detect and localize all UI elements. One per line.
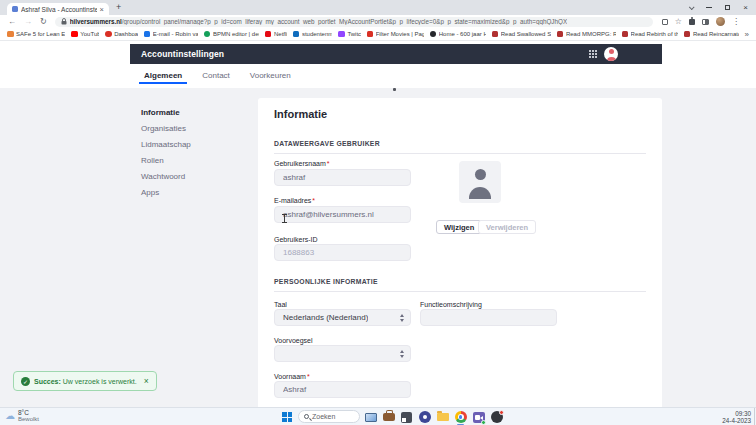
toast-close-icon[interactable]: × <box>144 377 149 385</box>
search-placeholder: Zoeken <box>312 413 335 420</box>
tab-algemeen[interactable]: Algemeen <box>134 71 192 88</box>
settings-sidebar: Informatie Organisaties Lidmaatschap Rol… <box>141 104 191 200</box>
functieomschrijving-label: Functieomschrijving <box>420 301 482 308</box>
url-text: hilversummers.nl/group/control_panel/man… <box>70 18 567 25</box>
bookmark-item[interactable]: studentenmail <box>293 31 333 38</box>
browser-profile-avatar[interactable] <box>716 17 725 26</box>
voorvoegsel-label: Voorvoegsel <box>274 337 313 344</box>
sidebar-item-informatie[interactable]: Informatie <box>141 104 191 120</box>
sidebar-item-wachtwoord[interactable]: Wachtwoord <box>141 168 191 184</box>
taskbar-app-notes[interactable] <box>400 411 413 424</box>
bookmark-star-icon[interactable]: ☆ <box>675 18 682 26</box>
bookmark-item[interactable]: Netflix <box>265 31 287 38</box>
voornaam-input[interactable] <box>274 381 411 398</box>
sidebar-item-lidmaatschap[interactable]: Lidmaatschap <box>141 136 191 152</box>
back-button[interactable]: ← <box>8 17 16 26</box>
taal-label: Taal <box>274 301 287 308</box>
taskbar-clock[interactable]: 09:30 24-4-2023 <box>722 410 751 424</box>
section-persoonlijke-informatie: PERSOONLIJKE INFORMATIE <box>274 278 646 292</box>
sidebar-item-organisaties[interactable]: Organisaties <box>141 120 191 136</box>
mail-icon <box>144 31 151 38</box>
window-minimize-button[interactable] <box>706 7 712 8</box>
notification-badge <box>499 410 504 415</box>
windows-taskbar: ☁ 8°C Bewolkt Zoeken 09:30 24-4-2023 <box>0 407 756 425</box>
taal-select[interactable]: Nederlands (Nederland) <box>274 309 411 326</box>
tab-title: Ashraf Silva - Accountinstelling... <box>21 6 97 13</box>
online-status-badge <box>481 420 486 425</box>
section-dataweergave: DATAWEERGAVE GEBRUIKER <box>274 140 646 154</box>
tab-search-icon[interactable] <box>689 4 695 10</box>
browser-menu-icon[interactable]: ⋮ <box>732 18 740 26</box>
bookmark-item[interactable]: Read Swallowed Sta... <box>492 31 551 38</box>
tab-contact[interactable]: Contact <box>192 71 240 88</box>
weather-widget[interactable]: ☁ 8°C Bewolkt <box>5 409 39 423</box>
toast-message: Succes: Uw verzoek is verwerkt. <box>34 378 137 385</box>
bookmark-item[interactable]: Read MMORPG: Re... <box>557 31 616 38</box>
taskbar-app-chat[interactable] <box>418 411 431 424</box>
bookmarks-overflow-icon[interactable]: » <box>745 30 749 39</box>
monitor-icon <box>365 413 377 422</box>
netflix-icon <box>265 31 272 38</box>
person-icon <box>475 169 486 180</box>
page-title: Accountinstellingen <box>141 49 224 59</box>
extensions-icon[interactable] <box>689 19 695 25</box>
taskbar-app-briefcase[interactable] <box>382 411 395 424</box>
window-maximize-button[interactable] <box>725 5 730 10</box>
browser-tab[interactable]: Ashraf Silva - Accountinstelling... × <box>7 3 109 15</box>
bpmn-icon <box>204 31 211 38</box>
bookmark-item[interactable]: E-mail - Robin van... <box>144 31 198 38</box>
bookmark-item[interactable]: BPMN editor | dem... <box>204 31 259 38</box>
windows-start-button[interactable] <box>282 412 292 422</box>
emailadres-input[interactable] <box>274 206 411 223</box>
weather-temp: 8°C <box>18 409 39 416</box>
chrome-icon <box>455 411 467 423</box>
functieomschrijving-input[interactable] <box>420 309 557 326</box>
wijzigen-button[interactable]: Wijzigen <box>436 220 482 234</box>
window-close-button[interactable]: × <box>743 4 748 12</box>
tab-close-icon[interactable]: × <box>100 6 104 13</box>
voorvoegsel-select[interactable] <box>274 345 411 362</box>
taskbar-app-file-explorer[interactable] <box>436 411 449 424</box>
weather-condition: Bewolkt <box>18 416 39 423</box>
bookmark-item[interactable]: Read Rebirth of the... <box>622 31 678 38</box>
share-icon[interactable] <box>662 19 668 25</box>
mail-icon <box>293 31 300 38</box>
profile-picture-placeholder <box>459 161 501 203</box>
safe-icon <box>7 31 14 38</box>
taskbar-app-monitor[interactable] <box>364 411 377 424</box>
browser-tab-strip: Ashraf Silva - Accountinstelling... × + … <box>0 0 756 15</box>
user-avatar[interactable] <box>604 47 618 61</box>
bookmark-item[interactable]: Filter Movies | Page... <box>367 31 424 38</box>
bookmark-item[interactable]: Dashboard <box>105 31 138 38</box>
sidebar-item-apps[interactable]: Apps <box>141 184 191 200</box>
applications-grid-icon[interactable] <box>589 50 597 58</box>
taskbar-app-chrome[interactable] <box>454 411 467 424</box>
folder-icon <box>437 413 449 421</box>
liferay-favicon-icon <box>12 6 18 12</box>
reload-button[interactable]: ↻ <box>40 17 47 26</box>
new-tab-button[interactable]: + <box>116 2 121 12</box>
chat-app-icon <box>419 411 431 423</box>
verwijderen-button: Verwijderen <box>478 220 536 234</box>
tab-voorkeuren[interactable]: Voorkeuren <box>240 71 301 88</box>
selector-icon <box>400 350 404 358</box>
side-panel-icon[interactable] <box>702 19 709 25</box>
taskbar-app-teams[interactable] <box>472 411 485 424</box>
sidebar-item-rollen[interactable]: Rollen <box>141 152 191 168</box>
bookmark-item[interactable]: Home - 600 jaar Hil... <box>430 31 486 38</box>
voornaam-label: Voornaam* <box>274 373 310 380</box>
bookmark-item[interactable]: Read Reincarnator... <box>684 31 739 38</box>
taskbar-search[interactable]: Zoeken <box>298 410 360 423</box>
bookmark-item[interactable]: YouTube <box>71 31 99 38</box>
book-icon <box>684 31 691 38</box>
book-icon <box>622 31 629 38</box>
gebruikersnaam-label: Gebruikersnaam* <box>274 160 329 167</box>
taskbar-app-notifications[interactable] <box>490 411 503 424</box>
account-settings-header: Accountinstellingen <box>130 44 662 64</box>
forward-button[interactable]: → <box>24 17 32 26</box>
gebruikersnaam-input[interactable] <box>274 169 411 186</box>
address-bar[interactable]: hilversummers.nl/group/control_panel/man… <box>55 17 653 27</box>
bookmark-item[interactable]: Twitch <box>338 31 360 38</box>
check-circle-icon: ✓ <box>21 377 30 386</box>
bookmark-item[interactable]: SAFe 5 for Lean Ent... <box>7 31 65 38</box>
